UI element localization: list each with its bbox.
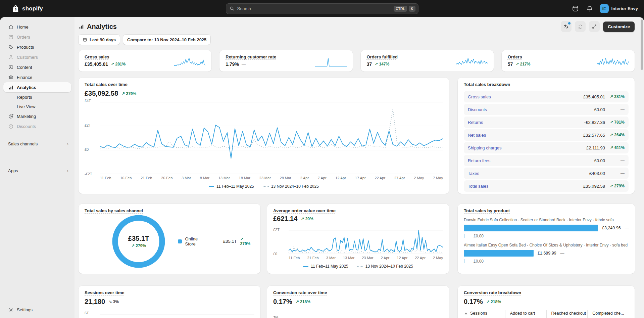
x-axis-tick: 26 Feb	[161, 176, 172, 180]
breakdown-row-return-fees: Return fees£0.00—	[464, 155, 629, 166]
panel-title[interactable]: Total sales by sales channel	[85, 208, 143, 213]
panel-title[interactable]: Average order value over time	[273, 208, 336, 213]
sidebar-item-customers[interactable]: Customers	[3, 52, 71, 62]
funnel-change: ↗ 218%	[486, 300, 501, 304]
breakdown-link[interactable]: Gross sales	[468, 94, 491, 99]
breakdown-value: £32,577.65	[583, 133, 605, 138]
shortcut-k-key: K	[409, 6, 415, 12]
panel-title[interactable]: Total sales over time	[85, 82, 128, 87]
breakdown-link[interactable]: Taxes	[468, 171, 479, 176]
gear-icon	[8, 307, 14, 313]
sidebar-item-discounts[interactable]: Discounts	[3, 121, 71, 131]
sidebar-item-live-view[interactable]: Live View	[3, 102, 71, 111]
breakdown-value: £403.00	[589, 171, 605, 176]
breakdown-link[interactable]: Net sales	[468, 133, 486, 138]
customize-button[interactable]: Customize	[603, 21, 635, 32]
compare-filter[interactable]: Compare to: 13 Nov 2024–10 Feb 2025	[123, 35, 210, 45]
search-bar[interactable]: CTRL K	[226, 3, 418, 14]
breakdown-value: £0.00	[594, 158, 605, 163]
conversion-chart[interactable]: 2%	[273, 309, 443, 318]
channel-donut-chart[interactable]: £35.1T ↗ 279%	[111, 214, 166, 269]
comparison-value: £0.00	[474, 259, 484, 264]
shopify-logo[interactable]: S shopify	[0, 4, 43, 13]
product-sales-value: £1,689.99	[538, 251, 556, 256]
logo-wordmark: shopify	[22, 5, 43, 12]
breakdown-link[interactable]: Returns	[468, 120, 483, 125]
x-axis-tick: 2 Apr	[300, 176, 309, 180]
funnel-step-label: Reached checkout	[551, 311, 586, 316]
breakdown-row-net-sales: Net sales£32,577.65↗ 264%	[464, 129, 629, 141]
account-menu[interactable]: IE Interior Envy	[600, 4, 638, 13]
panel-title[interactable]: Total sales by product	[464, 208, 510, 213]
sessions-chart[interactable]: 6T	[85, 309, 254, 318]
page-title: Analytics	[79, 23, 117, 31]
panel-title[interactable]: Sessions over time	[85, 290, 125, 295]
sidebar-item-products[interactable]: Products	[3, 42, 71, 52]
breakdown-change: ↗ 279%	[605, 184, 625, 188]
x-axis-tick: 2 May	[433, 256, 443, 260]
total-sales-breakdown-panel: Total sales breakdown Gross sales£35,405…	[458, 78, 635, 194]
notifications-bell-icon[interactable]	[586, 5, 594, 13]
sidebar-item-settings[interactable]: Settings	[3, 305, 71, 315]
metric-title[interactable]: Orders fulfilled	[367, 54, 398, 59]
breakdown-link[interactable]: Discounts	[468, 107, 487, 112]
content-icon	[8, 64, 14, 70]
metric-title[interactable]: Gross sales	[85, 54, 109, 59]
sidebar-item-marketing[interactable]: Marketing	[3, 111, 71, 121]
chevron-right-icon: ›	[67, 141, 68, 146]
breakdown-row-returns: Returns-£2,827.36↗ 781%	[464, 117, 629, 128]
metric-title[interactable]: Orders	[508, 54, 522, 59]
product-sales-bar[interactable]	[464, 225, 598, 231]
breakdown-value: £35,405.01	[583, 94, 605, 99]
total-sales-over-time-panel: Total sales over time £35,092.58 ↗ 279% …	[79, 78, 449, 194]
metric-card-returning-customer-rate: Returning customer rate1.79%—	[219, 50, 352, 72]
sidebar-item-reports[interactable]: Reports	[3, 92, 71, 102]
sidebar-item-orders[interactable]: Orders	[3, 32, 71, 42]
sidebar-item-analytics[interactable]: Analytics	[3, 82, 71, 92]
y-axis-tick: £4T	[85, 99, 91, 103]
panel-title[interactable]: Conversion rate over time	[273, 290, 327, 295]
conversion-value: 0.17%	[273, 298, 292, 306]
breakdown-value: -£2,827.36	[584, 120, 605, 125]
sidebar-item-content[interactable]: Content	[3, 62, 71, 72]
chart-legend: 11 Feb–11 May 2025 13 Nov 2024–10 Feb 20…	[273, 263, 443, 269]
expand-fullscreen-button[interactable]	[589, 21, 600, 32]
metric-card-orders: Orders57↗ 217%	[502, 50, 635, 72]
breakdown-row-discounts: Discounts£0.00—	[464, 104, 629, 115]
sidebar-item-finance[interactable]: Finance	[3, 72, 71, 82]
sidebar-section-sales-channels[interactable]: Sales channels ›	[3, 139, 71, 149]
previous-period-swatch	[263, 186, 269, 187]
topbar: S shopify CTRL K IE Interior Envy	[0, 0, 644, 17]
breakdown-row-gross-sales: Gross sales£35,405.01↗ 281%	[464, 91, 629, 102]
breakdown-value: £2,111.93	[586, 145, 605, 150]
panel-title[interactable]: Total sales breakdown	[464, 82, 510, 87]
sidebar-section-apps[interactable]: Apps ›	[3, 166, 71, 176]
total-sales-chart[interactable]: £4T£2T£0-£2T	[85, 101, 443, 174]
sync-button[interactable]	[575, 21, 586, 32]
sessions-change: ↘ 3%	[108, 300, 119, 304]
breakdown-link[interactable]: Return fees	[468, 158, 490, 163]
metric-change: —	[242, 62, 246, 66]
panel-title[interactable]: Conversion rate breakdown	[464, 290, 521, 295]
breakdown-link[interactable]: Shipping charges	[468, 145, 501, 150]
funnel-value: 0.17%	[464, 298, 483, 306]
metric-title[interactable]: Returning customer rate	[226, 54, 276, 59]
magic-wand-button[interactable]	[561, 21, 572, 32]
sessions-value: 21,180	[85, 298, 105, 306]
customers-icon	[8, 54, 14, 60]
finance-icon	[8, 75, 14, 80]
sidebar-item-label: Marketing	[17, 114, 36, 119]
y-axis-tick: 2%	[273, 316, 279, 318]
sidekick-icon[interactable]	[572, 5, 580, 13]
date-range-filter[interactable]: Last 90 days	[79, 35, 120, 45]
product-sales-bar[interactable]	[464, 250, 534, 257]
metric-value: 57	[508, 61, 513, 67]
analytics-bars-icon	[79, 24, 84, 30]
scrollbar[interactable]	[641, 19, 643, 70]
breakdown-link[interactable]: Total sales	[468, 184, 488, 189]
sparkline-chart	[315, 56, 347, 66]
metric-card-orders-fulfilled: Orders fulfilled37↗ 147%	[361, 50, 494, 72]
search-input[interactable]	[237, 6, 392, 11]
sidebar-item-home[interactable]: Home	[3, 22, 71, 32]
aov-chart[interactable]: £2T£0	[273, 226, 443, 254]
